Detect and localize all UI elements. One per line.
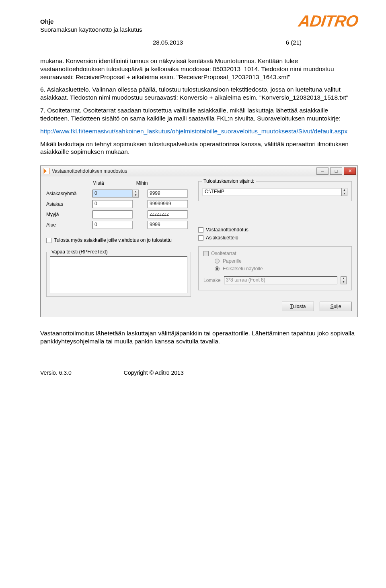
asiakasryhma-from-spinner[interactable]: ▲▼ [133,190,139,198]
asiakasryhma-to[interactable]: 9999 [148,190,188,198]
minimize-button[interactable]: – [316,167,329,175]
close-dialog-button[interactable]: Sulje [320,302,352,311]
close-button[interactable]: ✕ [344,167,356,175]
body-text: mukana. Konversion identifiointi tunnus … [40,57,358,156]
right-pane: Tulostuskansion sijainti: C:\TEMP ▲▼ Vas… [198,180,352,297]
titlebar: Vastaanottoehdotuksen muodostus – □ ✕ [41,166,357,176]
print-already-label: Tulosta myös asiakkaille joille v.ehdotu… [54,237,172,243]
freetext-box: Vapaa teksti (RPFreeText) [46,252,191,297]
freetext-label: Vapaa teksti (RPFreeText) [50,249,109,255]
freetext-textarea[interactable] [50,256,187,293]
row-myyja: Myyjä zzzzzzzz [46,209,191,220]
folder-label: Tulostuskansion sijainti: [202,178,256,184]
labels-checkbox[interactable] [203,251,209,256]
paragraph-5: Vastaanottoilmoitus lähetetään laskuttaj… [40,329,358,345]
alue-from[interactable]: 0 [92,221,133,229]
col-to: Mihin [136,180,148,186]
aditro-logo: ADITRO [298,12,359,30]
row-alue: Alue 0 9999 [46,220,191,230]
radio-preview-label: Esikatselu näytölle [223,266,263,272]
doc-subtitle: Suoramaksun käyttöönotto ja laskutus [40,26,142,34]
col-from: Mistä [92,180,104,186]
lomake-select[interactable]: 3*8 tarraa (Font 8) [224,276,337,284]
paragraph-4: Mikäli laskuttaja on tehnyt sopimuksen t… [40,140,358,156]
fkl-link[interactable]: http://www.fkl.fi/teemasivut/sahkoinen_l… [40,128,347,135]
app-icon [43,168,49,174]
label-alue: Alue [46,222,92,228]
folder-browse-button[interactable]: ▲▼ [341,188,347,196]
paragraph-1: mukana. Konversion identifiointi tunnus … [40,57,358,81]
button-row: Tulosta Sulje [41,302,357,317]
folder-fieldset: Tulostuskansion sijainti: C:\TEMP ▲▼ [198,181,352,201]
labels-label: Osoitetarrat [211,251,236,256]
print-button[interactable]: Tulosta [282,302,314,311]
maximize-button[interactable]: □ [330,167,342,175]
label-asiakas: Asiakas [46,201,92,207]
print-already-row: Tulosta myös asiakkaille joille v.ehdotu… [46,237,191,243]
lomake-spinner[interactable]: ▲▼ [341,276,347,284]
customerlist-label: Asiakasluettelo [206,235,238,241]
doc-title: Ohje [40,18,142,26]
radio-paper [215,259,220,263]
asiakasryhma-from[interactable]: 0 [92,190,133,198]
radio-preview [215,266,220,271]
folder-path[interactable]: C:\TEMP [203,188,341,196]
proposal-checkbox[interactable] [198,227,203,233]
document-header: Ohje Suoramaksun käyttöönotto ja laskutu… [40,12,358,33]
radio-paper-label: Paperille [223,258,242,264]
app-window: Vastaanottoehdotuksen muodostus – □ ✕ Mi… [40,165,358,317]
doc-page: 6 (21) [286,39,302,46]
alue-to[interactable]: 9999 [148,221,188,229]
label-asiakasryhma: Asiakasryhmä [46,191,92,196]
footer-version: Versio. 6.3.0 [40,370,72,376]
window-title: Vastaanottoehdotuksen muodostus [52,168,316,174]
footer-copyright: Copyright © Aditro 2013 [124,370,184,376]
doc-meta: 28.05.2013 6 (21) [153,39,302,46]
labels-panel: Osoitetarrat Paperille Esikatselu näytöl… [198,246,352,290]
footer: Versio. 6.3.0 Copyright © Aditro 2013 [40,370,358,376]
lomake-label: Lomake [203,278,221,283]
paragraph-3: 7. Osoitetarrat. Osoitetarrat saadaan tu… [40,106,358,122]
myyja-to[interactable]: zzzzzzzz [148,210,188,218]
myyja-from[interactable] [92,210,133,218]
left-pane: Mistä Mihin Asiakasryhmä 0 ▲▼ 9999 Asiak… [46,180,191,297]
print-already-checkbox[interactable] [46,238,51,243]
asiakas-from[interactable]: 0 [92,200,133,208]
row-asiakas: Asiakas 0 99999999 [46,199,191,209]
asiakas-to[interactable]: 99999999 [148,200,188,208]
row-asiakasryhma: Asiakasryhmä 0 ▲▼ 9999 [46,188,191,199]
doc-date: 28.05.2013 [153,39,183,46]
customerlist-checkbox[interactable] [198,235,203,241]
proposal-label: Vastaanottoehdotus [206,227,248,233]
paragraph-2: 6. Asiakasluettelo. Valinnan ollessa pää… [40,86,358,102]
label-myyja: Myyjä [46,212,92,217]
